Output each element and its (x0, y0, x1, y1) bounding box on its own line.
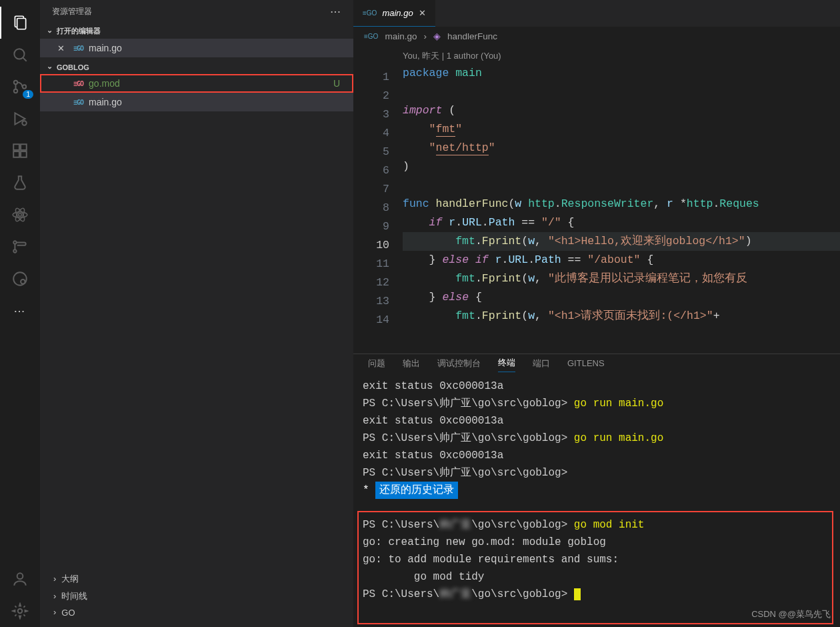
open-editors-section[interactable]: ⌄ 打开的编辑器 (40, 23, 353, 39)
panel-tab-output[interactable]: 输出 (403, 355, 420, 372)
project-section[interactable]: ⌄ GOBLOG (40, 60, 353, 74)
sidebar-title: 资源管理器 (52, 6, 92, 17)
svg-rect-10 (21, 151, 27, 157)
svg-rect-1 (17, 19, 26, 29)
editor-group: ≡GO main.go ✕ ≡GO main.go › ◈ handlerFun… (353, 0, 840, 627)
run-debug-icon[interactable] (0, 103, 40, 135)
sidebar-more-icon[interactable]: ··· (331, 7, 341, 17)
panel-tab-problems[interactable]: 问题 (368, 355, 385, 372)
chevron-right-icon: › (53, 607, 56, 617)
svg-point-7 (22, 121, 27, 125)
accounts-icon[interactable] (0, 563, 40, 595)
panel-tabs: 问题 输出 调试控制台 终端 端口 GITLENS (353, 354, 840, 372)
svg-point-4 (14, 81, 17, 84)
close-icon[interactable]: ✕ (57, 43, 68, 53)
timeline-icon[interactable] (0, 231, 40, 263)
file-main-go[interactable]: ≡GO main.go (40, 93, 353, 111)
svg-point-20 (17, 573, 23, 579)
remote-icon[interactable] (0, 263, 40, 295)
terminal-cursor (574, 588, 581, 600)
close-icon[interactable]: ✕ (419, 8, 426, 18)
go-file-icon: ≡GO (73, 45, 83, 52)
go-file-icon: ≡GO (73, 99, 83, 106)
go-mod-icon: ≡GO (73, 80, 83, 87)
editor-tab-main-go[interactable]: ≡GO main.go ✕ (353, 0, 435, 27)
svg-point-2 (14, 49, 24, 59)
chevron-right-icon: › (53, 574, 56, 584)
outline-section[interactable]: ›大纲 (40, 570, 353, 588)
breadcrumb[interactable]: ≡GO main.go › ◈ handlerFunc (353, 27, 840, 45)
explorer-icon[interactable] (0, 7, 40, 39)
svg-rect-11 (21, 144, 27, 150)
react-icon[interactable] (0, 199, 40, 231)
more-icon[interactable]: ··· (0, 295, 40, 327)
git-status-badge: U (333, 78, 340, 89)
editor-tabs: ≡GO main.go ✕ (353, 0, 840, 27)
svg-point-19 (21, 279, 25, 284)
file-go-mod[interactable]: ≡GO go.mod U (40, 74, 353, 93)
panel-tab-ports[interactable]: 端口 (533, 355, 550, 372)
go-file-icon: ≡GO (364, 33, 378, 40)
terminal[interactable]: exit status 0xc000013a PS C:\Users\帅广亚\g… (353, 372, 840, 627)
svg-line-3 (23, 57, 26, 61)
line-gutter: 1 2 3 4 5 6 7 8 9 10 11 12 13 14 (353, 45, 401, 354)
panel-tab-debug[interactable]: 调试控制台 (437, 355, 481, 372)
bottom-panel: 问题 输出 调试控制台 终端 端口 GITLENS exit status 0x… (353, 354, 840, 627)
svg-rect-9 (13, 151, 19, 157)
explorer-sidebar: 资源管理器 ··· ⌄ 打开的编辑器 ✕ ≡GO main.go ⌄ GOBLO… (40, 0, 353, 627)
activity-bar: 1 ··· (0, 0, 40, 627)
svg-point-21 (18, 609, 23, 614)
svg-point-16 (13, 241, 16, 243)
cube-icon: ◈ (433, 31, 441, 41)
testing-icon[interactable] (0, 167, 40, 199)
panel-tab-terminal[interactable]: 终端 (498, 354, 515, 372)
open-editor-item[interactable]: ✕ ≡GO main.go (40, 39, 353, 57)
go-section[interactable]: ›GO (40, 605, 353, 620)
svg-point-5 (14, 89, 17, 93)
extensions-icon[interactable] (0, 135, 40, 167)
svg-rect-8 (13, 144, 19, 150)
codelens[interactable]: You, 昨天 | 1 author (You) (403, 49, 840, 64)
svg-point-12 (19, 213, 21, 216)
chevron-down-icon: ⌄ (47, 62, 53, 71)
timeline-section[interactable]: ›时间线 (40, 588, 353, 605)
code-content[interactable]: You, 昨天 | 1 author (You)package main imp… (401, 45, 840, 354)
settings-icon[interactable] (0, 595, 40, 627)
chevron-right-icon: › (423, 31, 427, 41)
chevron-right-icon: › (53, 591, 56, 601)
search-icon[interactable] (0, 39, 40, 71)
svg-point-6 (23, 85, 26, 88)
svg-point-13 (13, 212, 27, 218)
source-control-icon[interactable]: 1 (0, 71, 40, 103)
chevron-down-icon: ⌄ (47, 26, 53, 35)
svg-point-17 (13, 249, 16, 252)
code-editor[interactable]: 1 2 3 4 5 6 7 8 9 10 11 12 13 14 You, 昨天… (353, 45, 840, 354)
go-file-icon: ≡GO (363, 9, 377, 17)
scm-badge: 1 (23, 90, 33, 99)
panel-tab-gitlens[interactable]: GITLENS (567, 356, 605, 371)
